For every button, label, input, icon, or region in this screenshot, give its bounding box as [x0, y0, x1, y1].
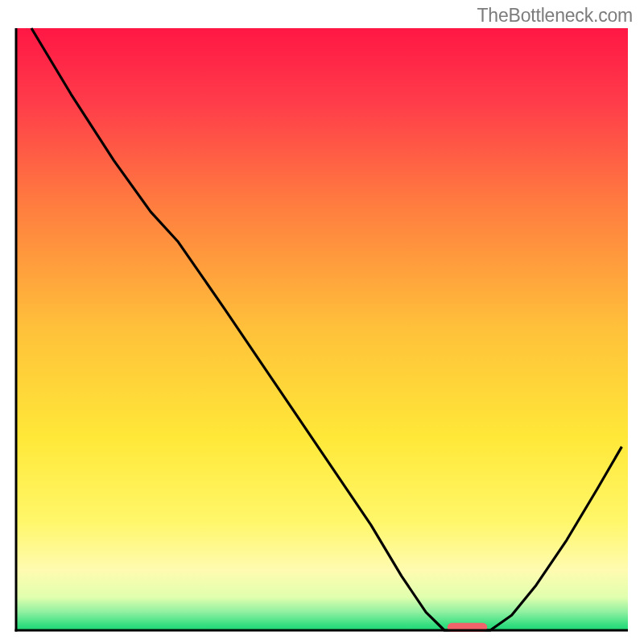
gradient-background — [16, 28, 628, 630]
plot-area — [15, 28, 629, 632]
watermark-text: TheBottleneck.com — [477, 5, 633, 27]
chart-svg — [0, 0, 644, 644]
bottleneck-chart: TheBottleneck.com — [0, 0, 644, 644]
